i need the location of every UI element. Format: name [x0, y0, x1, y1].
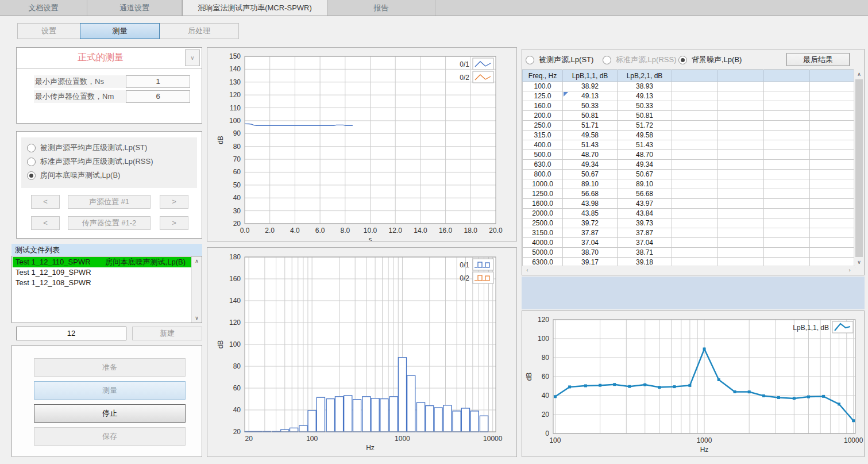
table-cell[interactable] — [764, 140, 810, 150]
table-cell[interactable]: 49.58 — [563, 131, 618, 140]
result-rss-radio[interactable]: 标准声源,Lp(RSS) — [603, 53, 676, 67]
test-type-radio-2[interactable]: 标准声源平均声压级测试,Lp(RSS) — [27, 155, 197, 168]
table-cell[interactable]: 200.0 — [523, 111, 563, 121]
table-cell[interactable] — [810, 248, 855, 258]
sub-tab-3[interactable]: 后处理 — [159, 23, 239, 39]
table-cell[interactable]: 89.10 — [618, 179, 672, 189]
table-cell[interactable]: 125.0 — [523, 91, 563, 101]
table-row[interactable]: 125.049.1349.13 — [523, 91, 855, 101]
table-cell[interactable]: 50.81 — [618, 111, 672, 121]
table-cell[interactable]: 43.97 — [618, 199, 672, 209]
final-result-button[interactable]: 最后结果 — [786, 53, 850, 66]
table-row[interactable]: 100.038.9238.93 — [523, 82, 855, 91]
table-cell[interactable] — [718, 218, 764, 228]
table-cell[interactable]: 1250.0 — [523, 189, 563, 199]
table-cell[interactable] — [718, 248, 764, 258]
table-cell[interactable]: 400.0 — [523, 140, 563, 150]
table-cell[interactable] — [810, 170, 855, 179]
table-cell[interactable]: 100.0 — [523, 82, 563, 91]
table-cell[interactable] — [672, 160, 718, 170]
table-cell[interactable]: 5000.0 — [523, 248, 563, 258]
table-row[interactable]: 1000.089.1089.10 — [523, 179, 855, 189]
table-cell[interactable]: 1600.0 — [523, 199, 563, 209]
table-row[interactable]: 160.050.3350.33 — [523, 101, 855, 111]
table-cell[interactable]: 43.98 — [563, 199, 618, 209]
table-cell[interactable]: 50.33 — [563, 101, 618, 111]
table-cell[interactable]: 89.10 — [563, 179, 618, 189]
test-type-radio-1[interactable]: 被测声源平均声压级测试,Lp(ST) — [27, 141, 197, 155]
scrollbar-thumb[interactable] — [855, 79, 863, 257]
table-cell[interactable]: 3150.0 — [523, 228, 563, 238]
table-row[interactable]: 400.051.4351.43 — [523, 140, 855, 150]
table-cell[interactable] — [672, 131, 718, 140]
nm-input[interactable]: 6 — [126, 90, 190, 103]
radio-icon[interactable] — [678, 56, 687, 64]
table-cell[interactable] — [764, 160, 810, 170]
table-cell[interactable] — [718, 131, 764, 140]
table-cell[interactable] — [718, 238, 764, 248]
table-cell[interactable] — [718, 228, 764, 238]
table-cell[interactable] — [764, 189, 810, 199]
ns-input[interactable]: 1 — [126, 75, 190, 88]
table-vertical-scrollbar[interactable]: ∧ ∨ — [854, 70, 864, 267]
table-cell[interactable] — [718, 170, 764, 179]
file-count-button[interactable]: 12 — [16, 327, 126, 340]
table-cell[interactable] — [810, 189, 855, 199]
table-cell[interactable] — [718, 111, 764, 121]
table-row[interactable]: 500.048.7048.70 — [523, 150, 855, 160]
table-cell[interactable] — [764, 82, 810, 91]
table-cell[interactable] — [672, 121, 718, 131]
table-cell[interactable]: 160.0 — [523, 101, 563, 111]
table-cell[interactable] — [718, 140, 764, 150]
table-cell[interactable]: 38.93 — [618, 82, 672, 91]
table-cell[interactable]: 51.43 — [563, 140, 618, 150]
table-row[interactable]: 2000.043.8543.84 — [523, 209, 855, 218]
table-cell[interactable]: 51.72 — [618, 121, 672, 131]
column-header[interactable]: LpB,1,1, dB — [563, 70, 618, 82]
table-cell[interactable]: 56.68 — [618, 189, 672, 199]
table-cell[interactable] — [810, 111, 855, 121]
table-row[interactable]: 1600.043.9843.97 — [523, 199, 855, 209]
table-cell[interactable] — [672, 150, 718, 160]
table-cell[interactable] — [810, 121, 855, 131]
table-cell[interactable] — [672, 179, 718, 189]
table-row[interactable]: 800.050.6750.67 — [523, 170, 855, 179]
table-cell[interactable]: 2000.0 — [523, 209, 563, 218]
table-cell[interactable] — [810, 238, 855, 248]
table-cell[interactable] — [810, 160, 855, 170]
file-list-scrollbar[interactable]: ∧ ∨ — [191, 256, 202, 323]
table-cell[interactable] — [764, 101, 810, 111]
table-cell[interactable]: 50.33 — [618, 101, 672, 111]
table-cell[interactable] — [672, 140, 718, 150]
table-cell[interactable]: 56.68 — [563, 189, 618, 199]
scroll-down-icon[interactable]: ∨ — [854, 258, 864, 267]
table-cell[interactable] — [718, 121, 764, 131]
stop-button[interactable]: 停止 — [34, 404, 186, 423]
chevron-down-icon[interactable]: ∨ — [185, 49, 200, 66]
table-cell[interactable] — [810, 179, 855, 189]
table-cell[interactable]: 315.0 — [523, 131, 563, 140]
main-tab-2[interactable]: 通道设置 — [87, 0, 182, 16]
table-cell[interactable] — [810, 82, 855, 91]
table-cell[interactable] — [764, 218, 810, 228]
radio-icon[interactable] — [27, 144, 36, 152]
table-cell[interactable]: 50.67 — [563, 170, 618, 179]
file-list-item[interactable]: Test 1_12_109_SPWR — [13, 267, 191, 278]
table-row[interactable]: 630.049.3449.34 — [523, 160, 855, 170]
table-cell[interactable]: 49.58 — [618, 131, 672, 140]
table-cell[interactable]: 48.70 — [618, 150, 672, 160]
mic-position-button[interactable]: 传声器位置 #1-2 — [68, 216, 151, 230]
new-file-button[interactable]: 新建 — [132, 327, 202, 340]
mic-position-next-button[interactable]: > — [160, 216, 188, 230]
table-cell[interactable]: 38.71 — [618, 248, 672, 258]
table-cell[interactable] — [718, 91, 764, 101]
table-cell[interactable] — [672, 238, 718, 248]
table-cell[interactable]: 39.73 — [618, 218, 672, 228]
table-cell[interactable] — [810, 150, 855, 160]
table-cell[interactable] — [672, 111, 718, 121]
table-cell[interactable] — [810, 140, 855, 150]
table-cell[interactable] — [764, 209, 810, 218]
table-cell[interactable]: 37.87 — [618, 228, 672, 238]
mic-position-prev-button[interactable]: < — [31, 216, 60, 230]
table-cell[interactable]: 51.71 — [563, 121, 618, 131]
